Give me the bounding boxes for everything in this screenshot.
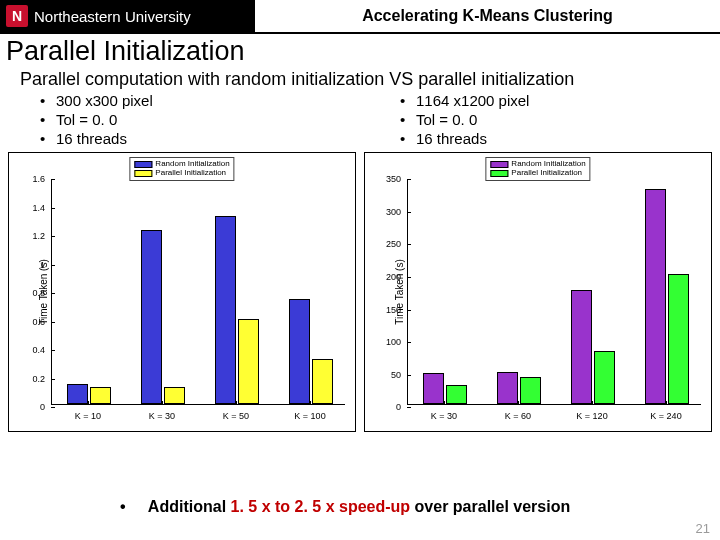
x-tick-label: K = 240 [650,411,681,421]
university-logo-icon: N [6,5,28,27]
conclusion-prefix: Additional [148,498,231,515]
bar [312,359,333,405]
swatch-icon [134,170,152,177]
list-item: 16 threads [400,130,710,149]
y-ticks: 050100150200250300350 [365,179,405,405]
y-tick-mark [407,310,411,311]
y-ticks: 00.20.40.60.811.21.41.6 [9,179,49,405]
chart-legend: Random Initialization Parallel Initializ… [129,157,234,181]
y-tick-label: 50 [391,370,401,380]
y-tick-mark [407,375,411,376]
chart-right: Random Initialization Parallel Initializ… [364,152,712,432]
x-tick-label: K = 50 [223,411,249,421]
subtitle: Parallel computation with random initial… [0,69,720,90]
y-tick-label: 350 [386,174,401,184]
page-number: 21 [696,521,710,536]
slide: N Northeastern University Accelerating K… [0,0,720,540]
list-item: 1164 x1200 pixel [400,92,710,111]
plot-area [51,179,345,405]
y-tick-label: 100 [386,337,401,347]
university-logo-block: N Northeastern University [0,0,255,32]
chart-left: Random Initialization Parallel Initializ… [8,152,356,432]
x-tick-label: K = 120 [576,411,607,421]
y-tick-label: 0.2 [32,374,45,384]
plot-area [407,179,701,405]
bar [164,387,185,404]
x-tick-mark [310,401,311,405]
x-tick-mark [592,401,593,405]
bar [520,377,541,404]
bar [67,384,88,404]
swatch-icon [490,161,508,168]
list-item: 16 threads [40,130,350,149]
y-tick-label: 200 [386,272,401,282]
bar [594,351,615,404]
bar [497,372,518,405]
y-tick-label: 250 [386,239,401,249]
y-tick-mark [407,407,411,408]
list-item: Tol = 0. 0 [400,111,710,130]
list-item: Tol = 0. 0 [40,111,350,130]
deck-title: Accelerating K-Means Clustering [255,0,720,32]
y-tick-label: 0 [40,402,45,412]
conclusion-suffix: over parallel version [410,498,570,515]
conclusion-em: 1. 5 x to 2. 5 x speed-up [231,498,411,515]
x-tick-mark [236,401,237,405]
y-tick-label: 1.6 [32,174,45,184]
x-tick-mark [162,401,163,405]
y-tick-mark [51,379,55,380]
y-tick-label: 1 [40,260,45,270]
bar [238,319,259,405]
bar [141,230,162,404]
param-columns: 300 x300 pixel Tol = 0. 0 16 threads 116… [0,90,720,150]
bar [289,299,310,404]
y-tick-mark [407,179,411,180]
y-tick-mark [51,208,55,209]
y-tick-label: 0.4 [32,345,45,355]
y-tick-mark [51,265,55,266]
x-tick-mark [444,401,445,405]
y-tick-mark [51,236,55,237]
y-tick-label: 1.2 [32,231,45,241]
x-ticks: K = 30K = 60K = 120K = 240 [407,407,701,431]
charts-row: Random Initialization Parallel Initializ… [0,150,720,432]
legend-label: Parallel Initialization [155,169,226,178]
swatch-icon [134,161,152,168]
bar [668,274,689,404]
y-tick-label: 0.6 [32,317,45,327]
list-item: 300 x300 pixel [40,92,350,111]
x-tick-label: K = 10 [75,411,101,421]
legend-label: Parallel Initialization [511,169,582,178]
section-title: Parallel Initialization [0,34,720,67]
x-tick-label: K = 30 [431,411,457,421]
y-tick-mark [51,293,55,294]
topbar: N Northeastern University Accelerating K… [0,0,720,32]
y-tick-label: 1.4 [32,203,45,213]
y-tick-mark [407,212,411,213]
conclusion: • Additional 1. 5 x to 2. 5 x speed-up o… [0,498,720,516]
y-tick-mark [407,244,411,245]
y-tick-mark [407,342,411,343]
y-tick-label: 0.8 [32,288,45,298]
x-tick-label: K = 60 [505,411,531,421]
y-tick-mark [51,350,55,351]
y-tick-mark [51,179,55,180]
y-tick-label: 150 [386,305,401,315]
y-tick-label: 300 [386,207,401,217]
bar [571,290,592,404]
x-tick-mark [666,401,667,405]
bar [446,385,467,405]
x-tick-mark [88,401,89,405]
y-tick-mark [407,277,411,278]
left-params: 300 x300 pixel Tol = 0. 0 16 threads [0,90,360,150]
y-tick-mark [51,407,55,408]
x-tick-label: K = 30 [149,411,175,421]
bar [645,189,666,404]
bullet-icon: • [120,498,144,516]
bar [215,216,236,404]
bar [90,387,111,404]
chart-legend: Random Initialization Parallel Initializ… [485,157,590,181]
x-tick-label: K = 100 [294,411,325,421]
y-tick-mark [51,322,55,323]
y-tick-label: 0 [396,402,401,412]
